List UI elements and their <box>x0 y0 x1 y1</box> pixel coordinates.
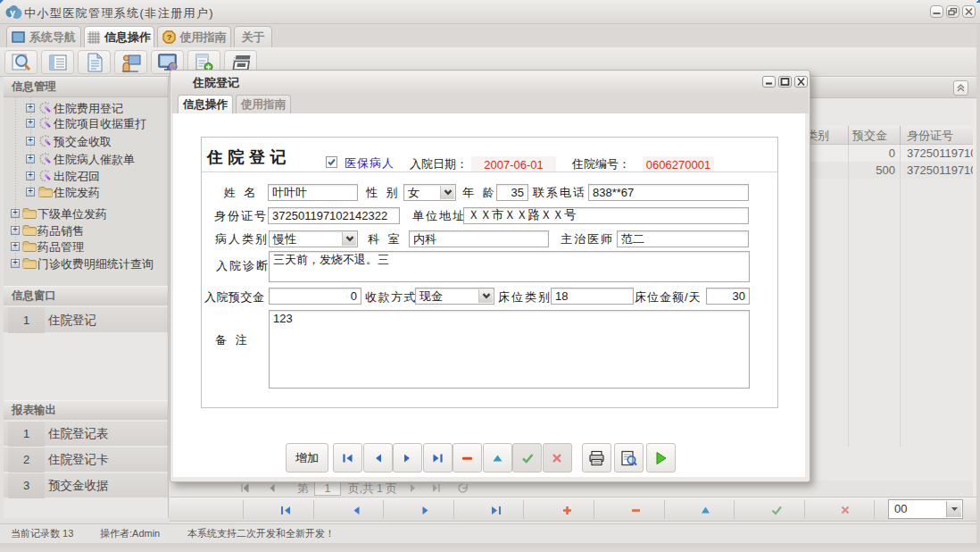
svg-text:?: ? <box>167 33 172 42</box>
svg-text:y: y <box>10 7 16 18</box>
